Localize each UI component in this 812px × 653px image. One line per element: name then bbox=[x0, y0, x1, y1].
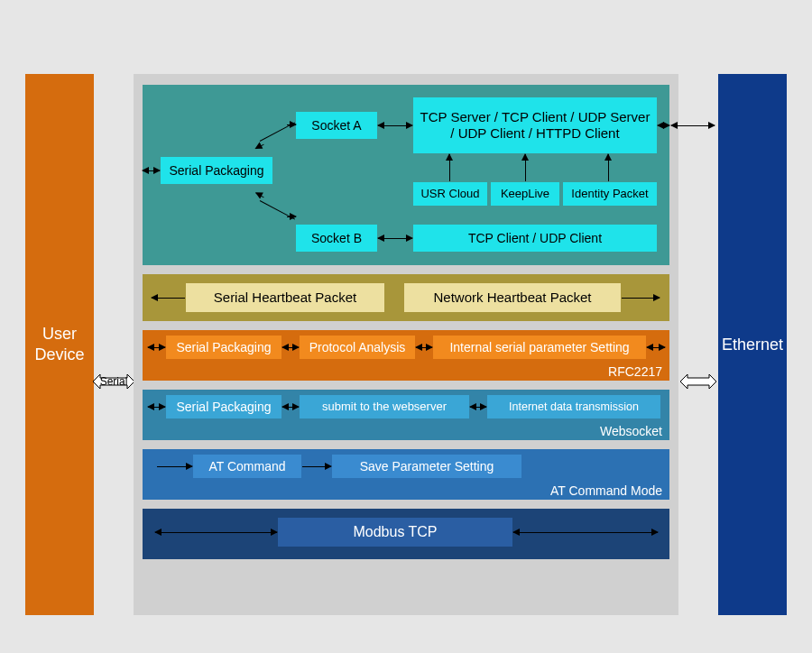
internal-setting-text: Internal serial parameter Setting bbox=[449, 340, 629, 355]
tcp-modes-box: TCP Server / TCP Client / UDP Server / U… bbox=[413, 97, 657, 153]
keeplive-box: KeepLive bbox=[491, 182, 559, 206]
at-mode-label: AT Command Mode bbox=[550, 483, 662, 498]
arrow bbox=[671, 125, 715, 126]
at-command-box: AT Command bbox=[193, 455, 301, 478]
serial-label: Serial bbox=[100, 375, 128, 388]
arrow bbox=[302, 466, 331, 467]
ethernet-connector bbox=[680, 372, 716, 391]
arrow bbox=[287, 216, 296, 217]
rfc2217-group: Serial Packaging Protocol Analysis Inter… bbox=[143, 330, 669, 381]
ws-internet-text: Internet data transmission bbox=[509, 400, 639, 414]
modbus-box: Modbus TCP bbox=[278, 518, 512, 547]
identity-text: Identity Packet bbox=[571, 187, 648, 201]
keeplive-text: KeepLive bbox=[501, 187, 549, 201]
heartbeat-group: Serial Heartbeat Packet Network Heartbea… bbox=[143, 274, 669, 321]
serial-connector: Serial bbox=[93, 372, 134, 391]
arrow bbox=[622, 298, 660, 299]
protocol-analysis-text: Protocol Analysis bbox=[309, 340, 406, 355]
modbus-group: Modbus TCP bbox=[143, 509, 669, 559]
modbus-text: Modbus TCP bbox=[353, 523, 437, 540]
main-panel: Serial Packaging Socket A Socket B TCP S… bbox=[134, 74, 678, 615]
protocol-analysis-box: Protocol Analysis bbox=[300, 336, 415, 359]
network-heartbeat-box: Network Heartbeat Packet bbox=[404, 283, 621, 312]
websocket-label: Websocket bbox=[600, 424, 662, 438]
user-device-label: User Device bbox=[34, 324, 84, 366]
tcp-modes-text: TCP Server / TCP Client / UDP Server / U… bbox=[417, 109, 653, 142]
arrow bbox=[287, 124, 296, 125]
socket-b-box: Socket B bbox=[296, 225, 377, 252]
arrow bbox=[647, 347, 665, 348]
serial-heartbeat-box: Serial Heartbeat Packet bbox=[186, 283, 384, 312]
usr-cloud-box: USR Cloud bbox=[413, 182, 487, 206]
arrow bbox=[282, 347, 299, 348]
ethernet-block: Ethernet bbox=[718, 74, 787, 615]
usr-cloud-text: USR Cloud bbox=[420, 187, 479, 201]
rfc-serial-packaging-box: Serial Packaging bbox=[166, 336, 281, 359]
save-param-box: Save Parameter Setting bbox=[332, 455, 521, 478]
arrow bbox=[513, 532, 658, 533]
arrow bbox=[148, 347, 165, 348]
rfc-serial-packaging-text: Serial Packaging bbox=[176, 340, 271, 355]
save-param-text: Save Parameter Setting bbox=[360, 459, 494, 474]
socket-group: Serial Packaging Socket A Socket B TCP S… bbox=[143, 85, 669, 265]
arrow bbox=[378, 238, 412, 239]
socket-b-text: Socket B bbox=[311, 231, 362, 246]
websocket-group: Serial Packaging submit to the webserver… bbox=[143, 390, 669, 440]
arrow bbox=[143, 170, 160, 171]
ws-internet-box: Internet data transmission bbox=[487, 395, 660, 418]
ethernet-label: Ethernet bbox=[722, 336, 783, 354]
user-device-block: User Device bbox=[25, 74, 94, 615]
arrow bbox=[525, 154, 526, 181]
socket-a-box: Socket A bbox=[296, 112, 377, 139]
serial-packaging-text: Serial Packaging bbox=[169, 163, 263, 179]
rfc2217-label: RFC2217 bbox=[608, 364, 662, 379]
arrow bbox=[470, 407, 486, 408]
internal-setting-box: Internal serial parameter Setting bbox=[433, 336, 646, 359]
arrow bbox=[449, 154, 450, 181]
arrow bbox=[157, 466, 192, 467]
ws-submit-box: submit to the webserver bbox=[300, 395, 469, 418]
arrow bbox=[255, 144, 263, 150]
arrow bbox=[378, 125, 412, 126]
arrow bbox=[658, 125, 669, 126]
at-command-text: AT Command bbox=[208, 459, 285, 474]
ws-serial-packaging-box: Serial Packaging bbox=[166, 395, 281, 418]
serial-heartbeat-text: Serial Heartbeat Packet bbox=[214, 290, 356, 306]
arrow bbox=[608, 154, 609, 181]
arrow bbox=[255, 193, 263, 198]
svg-marker-1 bbox=[680, 374, 716, 389]
identity-box: Identity Packet bbox=[563, 182, 657, 206]
arrow bbox=[282, 407, 299, 408]
arrow bbox=[152, 298, 185, 299]
arrow bbox=[155, 532, 277, 533]
ws-serial-packaging-text: Serial Packaging bbox=[176, 400, 271, 415]
at-command-group: AT Command Save Parameter Setting AT Com… bbox=[143, 449, 669, 500]
tcp-udp-client-box: TCP Client / UDP Client bbox=[413, 225, 657, 252]
ws-submit-text: submit to the webserver bbox=[322, 400, 447, 414]
socket-a-text: Socket A bbox=[311, 118, 361, 133]
arrow bbox=[148, 407, 165, 408]
arrow bbox=[416, 347, 432, 348]
serial-packaging-box: Serial Packaging bbox=[161, 157, 272, 184]
tcp-udp-client-text: TCP Client / UDP Client bbox=[468, 231, 602, 246]
network-heartbeat-text: Network Heartbeat Packet bbox=[433, 290, 591, 306]
diagram-canvas: User Device Ethernet Serial Serial Packa… bbox=[0, 0, 812, 653]
